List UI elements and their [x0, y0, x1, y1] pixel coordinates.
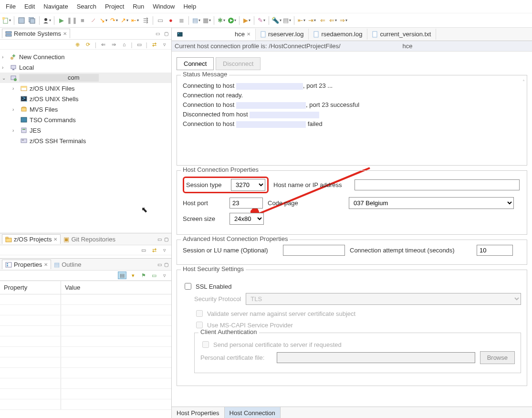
link-icon[interactable]: ⇄ [150, 246, 158, 254]
minimize-icon[interactable]: ▭ [156, 261, 163, 268]
new-project-icon[interactable]: ▦ [202, 16, 211, 25]
save-all-icon[interactable] [28, 16, 36, 25]
ssl-enabled-checkbox[interactable] [185, 283, 191, 290]
pause-icon[interactable]: ❚❚ [68, 16, 76, 25]
new-conn-icon[interactable]: ⊕ [74, 41, 82, 48]
run-icon[interactable] [228, 16, 236, 25]
connect-button[interactable]: Connect [177, 57, 214, 70]
remote-systems-tab[interactable]: Remote Systems ✕ [2, 29, 70, 38]
menu-help[interactable]: Help [179, 1, 200, 12]
next-edit-icon[interactable]: ⇥ [308, 16, 316, 25]
zos-projects-tab[interactable]: z/OS Projects ✕ [2, 234, 61, 244]
pin-icon[interactable]: ⚑ [140, 272, 147, 279]
new-file-icon[interactable]: ▤ [192, 16, 200, 25]
svg-rect-26 [21, 139, 27, 143]
collapse-icon[interactable]: ▭ [140, 246, 147, 254]
back-hist-icon[interactable]: ⇐ [329, 16, 337, 25]
coverage-icon[interactable]: ≣ [177, 16, 186, 25]
step-over-icon[interactable]: ↷ [110, 16, 118, 25]
fwd-icon[interactable]: ⇒ [110, 41, 117, 48]
search-icon[interactable]: 🔦 [272, 16, 281, 25]
menu-project[interactable]: Project [101, 1, 128, 12]
session-type-select[interactable]: 3270 [231, 179, 265, 191]
new-icon[interactable]: ▭ [150, 272, 158, 279]
view-menu-icon[interactable]: ▿ [161, 246, 168, 254]
minimize-icon[interactable]: ▭ [156, 236, 163, 242]
view-menu-icon[interactable]: ▿ [161, 272, 168, 279]
code-page-select[interactable]: 037 Belgium [349, 197, 514, 209]
menu-search[interactable]: Search [73, 1, 100, 12]
screen-size-select[interactable]: 24x80 [229, 213, 264, 225]
tab-currentversion[interactable]: current_version.txt [367, 29, 436, 40]
menu-run[interactable]: Run [129, 1, 148, 12]
maximize-icon[interactable]: ▢ [163, 261, 169, 268]
close-icon[interactable]: ✕ [53, 237, 57, 242]
tree-jes[interactable]: › JES [0, 125, 171, 136]
drop-frame-icon[interactable]: ⇤ [131, 16, 139, 25]
refresh-icon[interactable]: ⟳ [84, 41, 92, 48]
disconnect-icon[interactable]: ⟋ [89, 16, 97, 25]
step-filters-icon[interactable]: ⇶ [141, 16, 150, 25]
bookmark-icon[interactable]: ▤ [282, 16, 291, 25]
prev-edit-icon[interactable]: ⇤ [297, 16, 306, 25]
record-icon[interactable]: ● [167, 16, 175, 25]
stop-icon[interactable]: ■ [78, 16, 87, 25]
tree-new-connection[interactable]: › New Connection [0, 52, 171, 62]
close-icon[interactable]: ✕ [44, 262, 48, 267]
menu-window[interactable]: Window [149, 1, 178, 12]
maximize-icon[interactable]: ▢ [163, 236, 169, 242]
col-value[interactable]: Value [61, 281, 171, 294]
outline-tab[interactable]: ▤ Outline [51, 260, 84, 269]
save-icon[interactable] [17, 16, 26, 25]
new-icon[interactable] [2, 16, 11, 25]
tree-ssh[interactable]: › z/OS SSH Terminals [0, 136, 171, 146]
host-name-input[interactable] [355, 179, 520, 190]
remote-systems-tree[interactable]: › New Connection › Local ⌄ com › z/OS UN… [0, 50, 171, 233]
col-property[interactable]: Property [0, 281, 61, 294]
ext-tools-icon[interactable]: ▶ [242, 16, 251, 25]
tab-rsedaemon[interactable]: rsedaemon.log [309, 29, 367, 40]
tree-local[interactable]: › Local [0, 62, 171, 73]
step-into-icon[interactable]: ↘ [99, 16, 108, 25]
filter-icon[interactable]: ▾ [129, 272, 137, 279]
git-repos-tab[interactable]: ▣ Git Repositories [61, 235, 118, 244]
tab-rseserver[interactable]: rseserver.log [256, 29, 309, 40]
home-icon[interactable]: ⌂ [120, 41, 128, 48]
wand-icon[interactable]: ✎ [257, 16, 266, 25]
step-return-icon[interactable]: ↗ [120, 16, 129, 25]
link-icon[interactable]: ⇄ [150, 41, 158, 48]
close-icon[interactable]: ✕ [247, 31, 250, 37]
close-icon[interactable]: ✕ [63, 31, 67, 36]
profile-icon[interactable] [42, 16, 51, 25]
file-icon [313, 31, 319, 38]
back-icon[interactable]: ⇐ [99, 41, 107, 48]
timeout-input[interactable] [477, 245, 513, 256]
minimize-icon[interactable]: ▭ [154, 30, 161, 37]
host-port-input[interactable] [229, 198, 263, 209]
send-cert-label: Send personal certificate to server if r… [213, 341, 342, 348]
menu-navigate[interactable]: Navigate [40, 1, 72, 12]
collapse-icon[interactable]: ▭ [136, 41, 143, 48]
tree-unix-files[interactable]: › z/OS UNIX Files [0, 83, 171, 94]
lu-name-input[interactable] [283, 245, 345, 256]
debug-icon[interactable]: ✱ [217, 16, 226, 25]
menu-edit[interactable]: Edit [21, 1, 39, 12]
back-icon[interactable]: ⇐ [318, 16, 327, 25]
menu-file[interactable]: File [2, 1, 20, 12]
tree-tso[interactable]: › TSO Commands [0, 115, 171, 125]
resume-icon[interactable]: ▶ [57, 16, 66, 25]
maximize-icon[interactable]: ▢ [163, 30, 169, 37]
properties-tab[interactable]: Properties ✕ [2, 260, 51, 269]
tab-host-connection[interactable]: Host Connection [225, 407, 281, 418]
tree-unix-shells[interactable]: › >_ z/OS UNIX Shells [0, 94, 171, 104]
tab-hce[interactable]: hce ✕ [172, 29, 256, 41]
view-menu-icon[interactable]: ▿ [161, 41, 168, 48]
remote-systems-toolbar: ⊕ ⟳ | ⇐ ⇒ ⌂ | ▭ | ⇄ ▿ [0, 40, 171, 50]
fwd-hist-icon[interactable]: ⇒ [339, 16, 348, 25]
categories-icon[interactable]: ▤ [118, 272, 126, 279]
scroll-up-icon[interactable]: ˄ [522, 79, 525, 84]
tree-mvs-files[interactable]: › MVS Files [0, 104, 171, 115]
tree-host[interactable]: ⌄ com [0, 73, 171, 83]
tab-host-properties[interactable]: Host Properties [172, 407, 225, 418]
build-icon[interactable]: ▭ [156, 16, 165, 25]
